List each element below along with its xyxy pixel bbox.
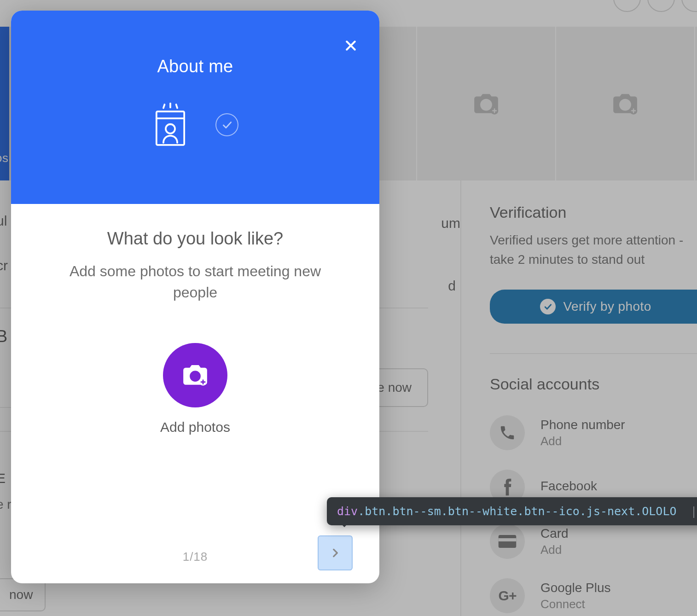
modal-heading: What do you look like?	[107, 229, 283, 249]
camera-add-icon	[181, 363, 209, 387]
svg-point-12	[166, 124, 175, 134]
modal-body: What do you look like? Add some photos t…	[11, 204, 379, 539]
step-complete-icon	[215, 113, 238, 136]
svg-rect-10	[157, 111, 184, 145]
devtools-element-tooltip: div.btn.btn--sm.btn--white.btn--ico.js-n…	[327, 497, 697, 525]
modal-footer: 1/18	[11, 539, 379, 583]
modal-subtitle: Add some photos to start meeting new peo…	[48, 261, 343, 303]
add-photos-button[interactable]: Add photos	[160, 343, 230, 435]
close-icon	[344, 39, 358, 52]
id-card-icon	[152, 102, 189, 147]
devtools-tag: div	[337, 505, 358, 518]
page-counter: 1/18	[183, 550, 208, 564]
next-button[interactable]	[318, 535, 353, 570]
svg-point-13	[192, 373, 198, 379]
add-photos-label: Add photos	[160, 419, 230, 435]
svg-line-9	[176, 105, 178, 108]
close-button[interactable]	[342, 36, 360, 55]
chevron-right-icon	[329, 547, 341, 559]
modal-step-icons	[152, 102, 238, 147]
modal-title: About me	[157, 57, 233, 76]
svg-line-7	[163, 105, 165, 108]
modal-header: About me	[11, 11, 379, 204]
about-me-modal: About me What do you look like? Add some…	[11, 11, 379, 583]
devtools-classes: .btn.btn--sm.btn--white.btn--ico.js-next…	[358, 505, 676, 518]
add-photos-circle	[163, 343, 227, 407]
